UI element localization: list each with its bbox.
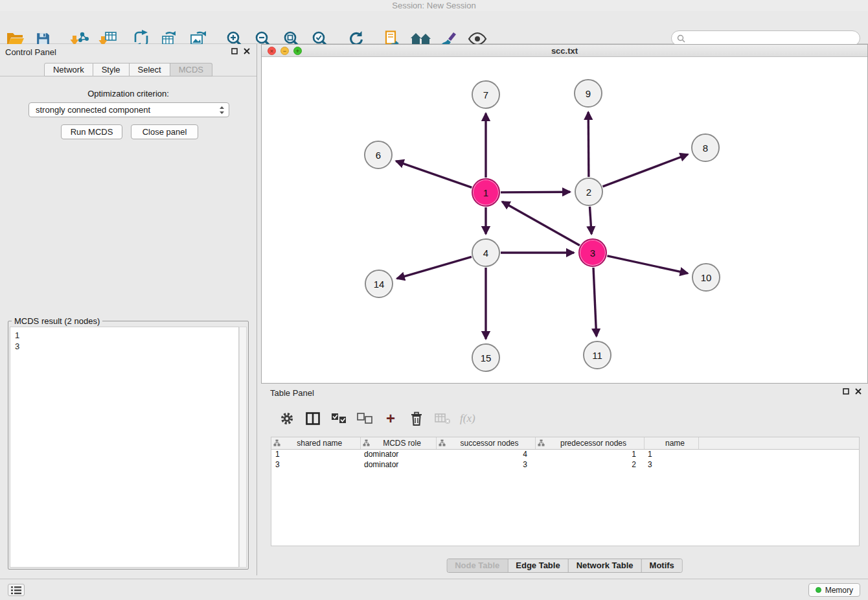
task-history-button[interactable] xyxy=(8,584,25,596)
control-panel-header: Control Panel xyxy=(0,44,257,60)
table-row[interactable]: 3dominator323 xyxy=(271,459,859,470)
create-column-icon[interactable]: + xyxy=(382,410,399,427)
node-table-body: 1dominator4113dominator323 xyxy=(271,449,859,470)
window-title: Session: New Session xyxy=(392,1,475,10)
table-toolbar: + f(x) xyxy=(271,409,860,428)
column-header-mcds-role[interactable]: MCDS role xyxy=(360,437,436,449)
table-cell: 3 xyxy=(271,459,360,470)
table-row[interactable]: 1dominator411 xyxy=(271,449,859,459)
graph-edge-2-8[interactable] xyxy=(603,154,688,187)
window-minimize-icon[interactable]: − xyxy=(280,47,289,55)
table-cell: 1 xyxy=(535,449,644,459)
tab-node-table[interactable]: Node Table xyxy=(447,559,507,572)
tab-network-table[interactable]: Network Table xyxy=(568,559,641,572)
network-canvas[interactable]: 7968124314101511 xyxy=(262,57,867,383)
delete-rows-trash-icon[interactable] xyxy=(408,410,425,427)
delete-column-icon xyxy=(434,410,451,427)
status-bar: Memory xyxy=(0,579,868,600)
table-panel: Table Panel + f(x) xyxy=(261,384,868,577)
tab-motifs[interactable]: Motifs xyxy=(641,559,682,572)
node-table[interactable]: shared name MCDS role successor nodes pr… xyxy=(271,437,860,546)
tab-select[interactable]: Select xyxy=(130,63,170,76)
table-panel-title: Table Panel xyxy=(270,388,314,398)
graph-edge-2-3[interactable] xyxy=(589,207,591,234)
graph-node-14[interactable]: 14 xyxy=(365,270,393,298)
graph-node-7[interactable]: 7 xyxy=(472,80,500,109)
mcds-result-line: 1 xyxy=(15,330,234,341)
mcds-result-body: 1 3 xyxy=(10,327,239,568)
graph-node-8[interactable]: 8 xyxy=(691,133,720,162)
mcds-result-title: MCDS result (2 nodes) xyxy=(12,316,102,326)
memory-status-icon xyxy=(816,587,821,593)
table-cell: 2 xyxy=(535,459,644,470)
column-header-predecessor-nodes[interactable]: predecessor nodes xyxy=(535,437,644,449)
graph-edge-4-14[interactable] xyxy=(397,257,472,278)
mcds-result-line: 3 xyxy=(15,341,234,352)
graph-edge-1-6[interactable] xyxy=(396,161,472,188)
optimization-criterion-label: Optimization criterion: xyxy=(0,89,257,98)
result-scrollbar[interactable] xyxy=(239,327,247,568)
close-table-panel-icon[interactable] xyxy=(855,388,862,395)
graph-node-1[interactable]: 1 xyxy=(472,178,500,207)
table-cell: 1 xyxy=(271,449,360,459)
table-panel-tabs: Node Table Edge Table Network Table Moti… xyxy=(446,559,683,573)
table-header-row: shared name MCDS role successor nodes pr… xyxy=(271,437,859,449)
column-tree-icon xyxy=(538,439,545,448)
graph-node-3[interactable]: 3 xyxy=(578,238,607,267)
column-header-filler xyxy=(698,437,859,449)
table-cell: 4 xyxy=(436,449,535,459)
table-settings-gear-icon[interactable] xyxy=(279,410,295,427)
function-builder-icon: f(x) xyxy=(460,410,475,427)
search-icon xyxy=(677,34,685,43)
graph-node-6[interactable]: 6 xyxy=(364,141,393,169)
graph-node-9[interactable]: 9 xyxy=(574,79,602,108)
show-columns-icon[interactable] xyxy=(304,410,321,427)
graph-edge-3-1[interactable] xyxy=(502,202,580,245)
criterion-dropdown[interactable]: strongly connected component xyxy=(29,102,229,117)
graph-edge-2-9[interactable] xyxy=(588,112,589,177)
criterion-dropdown-value: strongly connected component xyxy=(36,105,219,115)
table-cell: 3 xyxy=(436,459,535,470)
table-cell: dominator xyxy=(360,459,436,470)
column-header-shared-name[interactable]: shared name xyxy=(271,437,360,449)
tab-network[interactable]: Network xyxy=(44,63,93,76)
graph-node-11[interactable]: 11 xyxy=(583,341,611,369)
graph-edge-3-10[interactable] xyxy=(607,256,687,273)
tab-mcds[interactable]: MCDS xyxy=(170,63,212,76)
network-window: × − + scc.txt 7968124314101511 xyxy=(261,44,868,384)
run-mcds-button[interactable]: Run MCDS xyxy=(61,124,122,139)
column-header-successor-nodes[interactable]: successor nodes xyxy=(436,437,535,449)
graph-node-2[interactable]: 2 xyxy=(575,178,603,206)
column-tree-icon xyxy=(273,439,280,448)
select-all-columns-icon[interactable] xyxy=(330,410,347,427)
float-panel-icon[interactable] xyxy=(231,48,238,54)
close-panel-button[interactable]: Close panel xyxy=(131,124,198,139)
window-zoom-icon[interactable]: + xyxy=(293,47,302,55)
column-tree-icon xyxy=(363,439,370,448)
graph-node-15[interactable]: 15 xyxy=(472,343,500,372)
graph-edge-1-2[interactable] xyxy=(501,192,570,192)
graph-edge-3-11[interactable] xyxy=(593,268,597,336)
graph-node-10[interactable]: 10 xyxy=(692,263,720,292)
column-header-name[interactable]: name xyxy=(644,437,698,449)
unselect-all-columns-icon[interactable] xyxy=(356,410,373,427)
float-table-panel-icon[interactable] xyxy=(843,388,849,395)
mcds-result-group: MCDS result (2 nodes) 1 3 xyxy=(8,321,249,570)
main-toolbar xyxy=(0,11,868,44)
table-panel-header: Table Panel xyxy=(261,384,868,400)
close-panel-icon[interactable] xyxy=(244,48,250,54)
list-icon xyxy=(11,586,21,594)
table-cell-filler xyxy=(698,449,859,459)
graph-node-4[interactable]: 4 xyxy=(472,238,500,267)
tab-edge-table[interactable]: Edge Table xyxy=(507,559,567,572)
control-panel-title: Control Panel xyxy=(5,47,56,57)
search-input[interactable] xyxy=(689,34,854,43)
table-cell: 3 xyxy=(644,459,698,470)
memory-button[interactable]: Memory xyxy=(808,583,860,597)
table-cell-filler xyxy=(698,459,859,470)
window-close-icon[interactable]: × xyxy=(268,47,276,55)
app-titlebar: Session: New Session xyxy=(0,0,868,11)
network-window-titlebar[interactable]: × − + scc.txt xyxy=(262,45,867,57)
tab-style[interactable]: Style xyxy=(93,63,130,76)
control-panel-tabs: Network Style Select MCDS xyxy=(0,63,257,76)
